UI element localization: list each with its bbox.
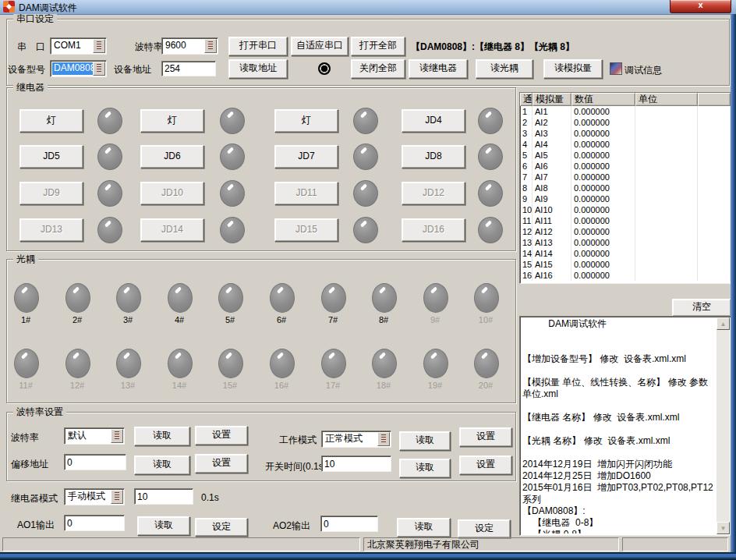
baud-group-title: 波特率设置 bbox=[13, 407, 66, 417]
analog-row: 1AI10.000000 bbox=[520, 106, 731, 117]
analog-col-header[interactable]: 模拟量 bbox=[533, 93, 571, 106]
relay-button-1[interactable]: 灯 bbox=[19, 109, 83, 133]
analog-row: 16AI160.000000 bbox=[520, 270, 731, 281]
port-select[interactable]: COM1 bbox=[50, 37, 107, 55]
app-icon bbox=[3, 1, 15, 12]
relay-led-3 bbox=[353, 108, 378, 134]
analog-col-header[interactable]: 单位 bbox=[635, 93, 698, 106]
relay-button-2[interactable]: 灯 bbox=[140, 109, 204, 133]
baud-select[interactable]: 9600 bbox=[161, 37, 218, 55]
relay-button-12: JD12 bbox=[402, 182, 465, 205]
read-relay-button[interactable]: 读继电器 bbox=[409, 59, 468, 79]
ao2-set-button[interactable]: 设定 bbox=[458, 519, 511, 538]
read-address-button[interactable]: 读取地址 bbox=[228, 59, 288, 79]
work-mode-set-button[interactable]: 设置 bbox=[459, 427, 512, 447]
switch-time-label: 开关时间(0.1s) bbox=[265, 460, 327, 473]
analog-cell: 0.000000 bbox=[571, 248, 635, 259]
log-scrollbar[interactable]: ▲ ▼ bbox=[717, 317, 730, 534]
analog-cell: 0.000000 bbox=[571, 150, 635, 161]
opto-label-7: 7# bbox=[317, 315, 349, 324]
relay-mode-select[interactable]: 手动模式 bbox=[64, 488, 125, 505]
status-dot-indicator bbox=[318, 62, 331, 75]
clear-log-button[interactable]: 清空 bbox=[672, 299, 731, 317]
work-mode-select[interactable]: 正常模式 bbox=[321, 431, 391, 448]
debug-info-icon bbox=[610, 62, 622, 75]
switch-time-input[interactable] bbox=[321, 455, 391, 472]
offset-read-button[interactable]: 读取 bbox=[134, 455, 190, 475]
analog-col-header[interactable]: 通 bbox=[520, 93, 533, 106]
analog-cell: AI7 bbox=[533, 172, 571, 183]
combo-arrow-icon bbox=[377, 432, 390, 446]
work-mode-select-value: 正常模式 bbox=[324, 433, 377, 445]
baudrate-select[interactable]: 默认 bbox=[64, 427, 125, 445]
switch-time-set-button[interactable]: 设置 bbox=[459, 455, 512, 475]
analog-cell bbox=[698, 172, 731, 183]
ao2-read-button[interactable]: 读取 bbox=[397, 518, 451, 537]
close-button[interactable]: x bbox=[670, 0, 731, 13]
analog-cell: 13 bbox=[520, 237, 533, 248]
analog-cell bbox=[698, 204, 731, 215]
log-textarea[interactable]: DAM调试软件 【增加设备型号】 修改 设备表.xml.xml 【模拟量 单位、… bbox=[519, 316, 731, 536]
analog-cell bbox=[635, 139, 698, 150]
ao2-input[interactable] bbox=[320, 516, 378, 532]
relay-button-3[interactable]: 灯 bbox=[274, 109, 338, 133]
analog-cell: AI13 bbox=[533, 237, 571, 248]
analog-col-header[interactable]: 数值 bbox=[571, 93, 635, 106]
analog-cell: AI8 bbox=[533, 183, 571, 193]
opto-led-7 bbox=[321, 283, 346, 313]
ao1-input[interactable] bbox=[64, 515, 125, 531]
analog-cell bbox=[635, 150, 698, 161]
opto-label-8: 8# bbox=[368, 315, 399, 324]
analog-cell bbox=[635, 204, 698, 215]
analog-row: 9AI90.000000 bbox=[520, 193, 731, 204]
analog-col-header[interactable] bbox=[698, 93, 731, 106]
analog-cell bbox=[635, 248, 698, 259]
window-border-right bbox=[731, 14, 736, 560]
combo-arrow-icon bbox=[111, 429, 123, 443]
relay-button-5[interactable]: JD5 bbox=[19, 145, 83, 168]
analog-cell: AI6 bbox=[533, 161, 571, 172]
scroll-down-icon[interactable]: ▼ bbox=[717, 522, 730, 534]
model-select[interactable]: DAM0808 bbox=[50, 60, 107, 77]
scroll-up-icon[interactable]: ▲ bbox=[717, 317, 730, 330]
relay-led-10 bbox=[220, 180, 245, 207]
read-opto-button[interactable]: 读光耦 bbox=[476, 59, 533, 79]
relay-led-7 bbox=[353, 144, 378, 170]
offset-address-input[interactable] bbox=[64, 454, 126, 470]
opto-led-9 bbox=[423, 283, 448, 313]
switch-time-read-button[interactable]: 读取 bbox=[399, 459, 451, 478]
device-address-input[interactable] bbox=[161, 61, 216, 76]
relay-button-4[interactable]: JD4 bbox=[402, 109, 465, 133]
open-all-button[interactable]: 打开全部 bbox=[351, 37, 405, 56]
analog-cell bbox=[698, 139, 731, 150]
baudrate-read-button[interactable]: 读取 bbox=[134, 427, 190, 446]
baudrate-set-button[interactable]: 设置 bbox=[195, 426, 248, 445]
relay-button-6[interactable]: JD6 bbox=[140, 145, 204, 168]
adaptive-serial-button[interactable]: 自适应串口 bbox=[291, 37, 349, 56]
analog-row: 10AI100.000000 bbox=[520, 204, 731, 215]
close-all-button[interactable]: 关闭全部 bbox=[351, 59, 405, 79]
opto-label-13: 13# bbox=[112, 381, 143, 390]
analog-cell bbox=[635, 270, 698, 281]
relay-time-input[interactable] bbox=[134, 488, 193, 505]
analog-row: 4AI40.000000 bbox=[520, 139, 731, 150]
ao1-label: AO1输出 bbox=[17, 519, 55, 532]
relay-button-8[interactable]: JD8 bbox=[402, 145, 465, 168]
relay-button-7[interactable]: JD7 bbox=[274, 145, 338, 168]
ao1-set-button[interactable]: 设定 bbox=[195, 518, 248, 537]
statusbar-pane-right bbox=[622, 537, 728, 551]
ao1-read-button[interactable]: 读取 bbox=[137, 516, 190, 536]
titlebar[interactable] bbox=[0, 0, 736, 15]
baudrate-select-value: 默认 bbox=[66, 430, 111, 442]
opto-label-5: 5# bbox=[214, 315, 246, 324]
read-analog-button[interactable]: 读模拟量 bbox=[543, 59, 603, 79]
work-mode-read-button[interactable]: 读取 bbox=[399, 431, 451, 451]
offset-set-button[interactable]: 设置 bbox=[195, 454, 248, 473]
opto-label-19: 19# bbox=[419, 381, 451, 390]
debug-info-label[interactable]: 调试信息 bbox=[625, 64, 662, 77]
open-serial-button[interactable]: 打开串口 bbox=[228, 37, 288, 56]
analog-cell bbox=[698, 248, 731, 259]
combo-arrow-icon bbox=[93, 39, 105, 53]
opto-led-2 bbox=[65, 283, 90, 313]
analog-row: 3AI30.000000 bbox=[520, 128, 731, 139]
